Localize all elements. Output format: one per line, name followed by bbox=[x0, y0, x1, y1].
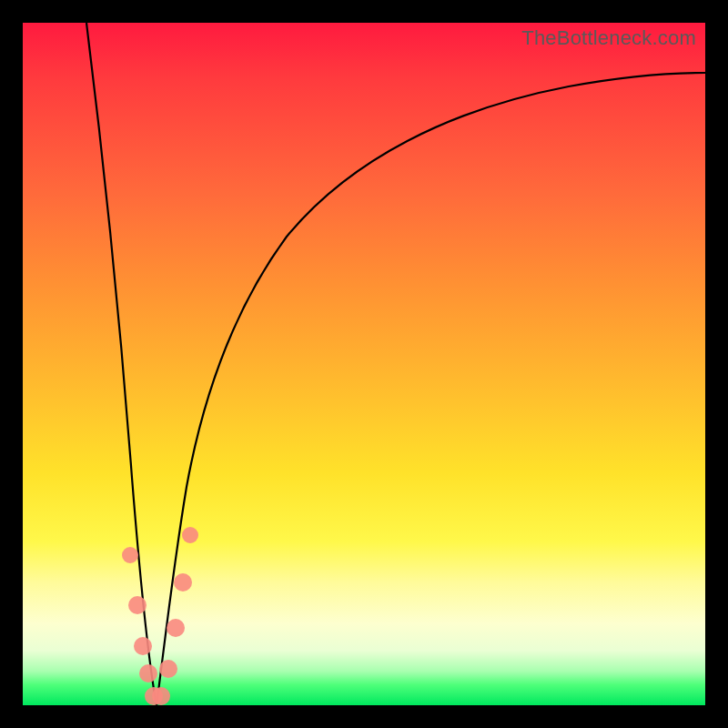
marker-dot bbox=[167, 619, 185, 637]
chart-plot bbox=[23, 23, 705, 705]
marker-dot bbox=[139, 664, 157, 682]
chart-frame: TheBottleneck.com bbox=[23, 23, 705, 705]
marker-dot bbox=[152, 687, 170, 705]
curve-right-branch bbox=[157, 73, 705, 705]
marker-dot bbox=[159, 660, 177, 678]
marker-dot bbox=[134, 637, 152, 655]
marker-dot bbox=[174, 573, 192, 592]
marker-dot bbox=[122, 547, 138, 563]
watermark-text: TheBottleneck.com bbox=[521, 26, 696, 50]
marker-dot bbox=[128, 596, 147, 614]
marker-dot bbox=[182, 527, 198, 543]
